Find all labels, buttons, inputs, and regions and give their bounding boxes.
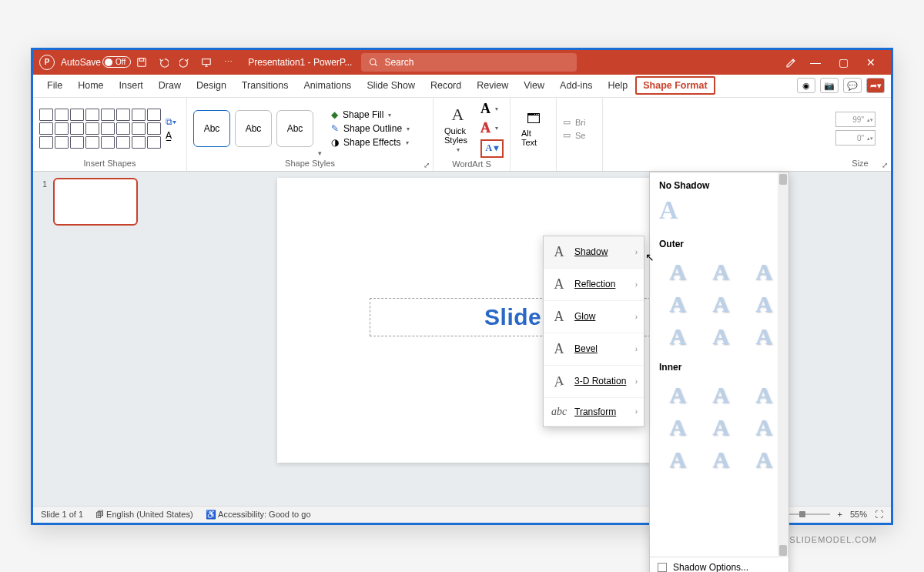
group-insert-shapes: ⧉▾ A̲ Insert Shapes (33, 98, 187, 171)
record-button-icon[interactable]: ◉ (797, 78, 815, 93)
shadow-preset[interactable]: A (702, 323, 739, 350)
tab-review[interactable]: Review (469, 74, 516, 97)
group-arrange: ▭ Bri ▭ Se (557, 98, 603, 171)
tab-shape-format[interactable]: Shape Format (635, 76, 715, 95)
tab-addins[interactable]: Add-ins (552, 74, 600, 97)
shadow-preset[interactable]: A (702, 382, 739, 408)
maximize-button[interactable]: ▢ (829, 56, 857, 69)
shadow-preset[interactable]: A (745, 323, 782, 350)
shadow-preset[interactable]: A (745, 382, 782, 408)
zoom-in-icon[interactable]: + (838, 510, 842, 519)
shadow-preset[interactable]: A (659, 414, 696, 440)
minimize-button[interactable]: — (802, 56, 829, 69)
text-effects-button[interactable]: A ▾ (480, 139, 504, 158)
alt-text-button[interactable]: 🗔 Alt Text (517, 111, 550, 147)
quick-styles-button[interactable]: A Quick Styles▾ (440, 105, 476, 153)
text-box-icon[interactable]: A̲ (166, 130, 176, 141)
tab-help[interactable]: Help (600, 74, 635, 97)
fx-transform[interactable]: abcTransform› (544, 398, 644, 426)
svg-point-3 (370, 59, 377, 65)
tab-slideshow[interactable]: Slide Show (359, 74, 423, 97)
dialog-launcher-icon[interactable]: ⤢ (424, 161, 430, 169)
shadow-options-button[interactable]: Shadow Options... (650, 557, 788, 573)
group-label: WordArt S (440, 158, 504, 169)
fx-glow[interactable]: AGlow› (544, 301, 644, 333)
language-indicator[interactable]: 🗐 English (United States) (95, 510, 193, 519)
shadow-preset[interactable]: A (745, 291, 782, 317)
text-outline-icon[interactable]: A (480, 120, 490, 136)
tab-view[interactable]: View (516, 74, 552, 97)
redo-icon[interactable] (176, 54, 193, 71)
search-box[interactable]: Search (361, 53, 577, 72)
autosave-toggle[interactable]: Off (102, 56, 131, 68)
shadow-preset[interactable]: A (702, 414, 739, 440)
share-button[interactable]: ➦▾ (866, 78, 885, 93)
shadow-preset[interactable]: A (745, 447, 782, 473)
no-shadow-header: No Shadow (650, 172, 788, 196)
coming-soon-icon[interactable] (782, 54, 799, 71)
width-input[interactable]: 0" (835, 130, 875, 146)
accessibility-indicator[interactable]: ♿ Accessibility: Good to go (206, 510, 311, 520)
comments-icon[interactable]: 💬 (843, 78, 862, 93)
shape-outline-button[interactable]: ✎Shape Outline▾ (331, 123, 410, 134)
close-button[interactable]: ✕ (857, 56, 885, 69)
tab-animations[interactable]: Animations (296, 74, 360, 97)
dialog-launcher-icon[interactable]: ⤢ (882, 161, 888, 169)
fx-3d-rotation[interactable]: A3-D Rotation› (544, 366, 644, 398)
bring-forward-button[interactable]: ▭ Bri (563, 117, 585, 127)
group-label: Size (835, 157, 885, 169)
group-shape-styles: Abc Abc Abc ▾ ◆Shape Fill▾ ✎Shape Outlin… (187, 98, 434, 171)
save-icon[interactable] (133, 54, 150, 71)
shape-style-preset-2[interactable]: Abc (235, 110, 272, 147)
svg-rect-0 (138, 58, 146, 66)
scrollbar[interactable] (778, 172, 788, 557)
undo-icon[interactable] (155, 54, 172, 71)
group-accessibility: 🗔 Alt Text (511, 98, 557, 171)
tab-record[interactable]: Record (423, 74, 469, 97)
shadow-preset[interactable]: A (702, 259, 739, 285)
group-label: Shape Styles (193, 157, 427, 169)
slide-thumbnail-pane[interactable] (33, 172, 156, 506)
shadow-preset[interactable]: A (659, 291, 696, 317)
no-shadow-preset[interactable]: A (650, 196, 788, 231)
slide-thumbnail-1[interactable] (53, 178, 138, 226)
fx-bevel[interactable]: ABevel› (544, 333, 644, 366)
shape-effects-button[interactable]: ◑Shape Effects▾ (331, 137, 410, 148)
tab-home[interactable]: Home (70, 74, 111, 97)
text-fill-icon[interactable]: A (480, 101, 490, 117)
shadow-preset[interactable]: A (702, 447, 739, 473)
group-wordart-styles: A Quick Styles▾ A▾ A▾ A ▾ WordArt S (434, 98, 511, 171)
shadow-preset[interactable]: A (745, 259, 782, 285)
group-label (563, 157, 596, 169)
shape-style-preset-3[interactable]: Abc (276, 110, 313, 147)
shadow-preset[interactable]: A (659, 382, 696, 408)
gallery-more-icon[interactable]: ▾ (318, 149, 322, 157)
shadow-preset[interactable]: A (659, 447, 696, 473)
selection-pane-button[interactable]: ▭ Se (563, 130, 585, 140)
camera-icon[interactable]: 📷 (820, 78, 839, 93)
fx-reflection[interactable]: AReflection› (544, 269, 644, 301)
shape-fill-button[interactable]: ◆Shape Fill▾ (331, 109, 410, 120)
qat-overflow-icon[interactable]: ⋯ (219, 54, 236, 71)
shadow-preset[interactable]: A (659, 323, 696, 350)
options-icon (658, 563, 667, 572)
tab-transitions[interactable]: Transitions (234, 74, 296, 97)
tab-draw[interactable]: Draw (151, 74, 189, 97)
shadow-preset[interactable]: A (659, 259, 696, 285)
present-icon[interactable] (198, 54, 215, 71)
edit-shape-icon[interactable]: ⧉▾ (166, 116, 176, 127)
shape-style-preset-1[interactable]: Abc (193, 110, 230, 147)
zoom-level[interactable]: 55% (850, 510, 867, 519)
shapes-gallery[interactable] (39, 109, 161, 149)
fx-shadow[interactable]: AShadow› (544, 236, 644, 269)
tab-design[interactable]: Design (189, 74, 234, 97)
slide-counter[interactable]: Slide 1 of 1 (41, 510, 83, 519)
fit-to-window-icon[interactable]: ⛶ (875, 510, 883, 519)
height-input[interactable]: 99" (835, 112, 875, 127)
autosave-label: AutoSave (61, 57, 101, 68)
tab-insert[interactable]: Insert (112, 74, 151, 97)
shadow-preset[interactable]: A (745, 414, 782, 440)
shadow-preset[interactable]: A (702, 291, 739, 317)
cursor-icon: ↖ (645, 251, 654, 263)
tab-file[interactable]: File (39, 74, 70, 97)
